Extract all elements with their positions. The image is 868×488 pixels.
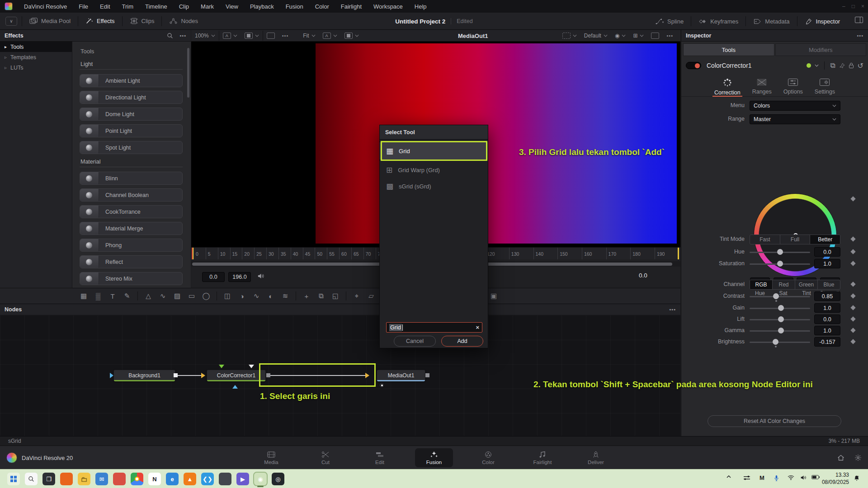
effect-item-stereo-mix[interactable]: Stereo Mix [80, 272, 183, 285]
effect-item-point-light[interactable]: Point Light [80, 124, 183, 137]
notion-icon[interactable]: N [148, 473, 161, 485]
panel-toggle-icon[interactable] [854, 16, 863, 23]
task-view-button[interactable]: ❒ [42, 473, 55, 485]
channel-option-rgb[interactable]: RGB [750, 280, 773, 289]
bitmap-mask-tool-icon[interactable]: ▨ [170, 290, 184, 302]
menu-workspace[interactable]: Workspace [368, 0, 409, 13]
chevron-down-icon[interactable] [815, 64, 819, 67]
tool-option-sgrid[interactable]: ▩ sGrid (sGrd) [380, 178, 488, 195]
taskbar-clock[interactable]: 13.33 08/09/2025 [822, 471, 849, 486]
tab-tools[interactable]: Tools [683, 43, 774, 56]
saturation-value-field[interactable]: 1.0 [814, 259, 840, 268]
cancel-button[interactable]: Cancel [394, 336, 436, 347]
menu-trim[interactable]: Trim [116, 0, 140, 13]
channel-option-red[interactable]: Red [773, 280, 795, 289]
menu-playback[interactable]: Playback [244, 0, 280, 13]
page-tab-fusion[interactable]: Fusion [415, 448, 453, 467]
app-icon-dark[interactable] [219, 473, 231, 485]
lift-slider-handle[interactable] [778, 316, 784, 322]
link-background1-colorcorrector1[interactable] [178, 375, 202, 376]
effect-item-blinn[interactable]: Blinn [80, 172, 183, 185]
lock-icon[interactable] [849, 62, 854, 69]
brightness-contrast-tool-icon[interactable]: ◐ [264, 290, 278, 302]
lift-value-field[interactable]: 0.0 [814, 314, 840, 324]
viewer2-channel-a-select[interactable]: A [319, 33, 341, 39]
tracker-tool-icon[interactable]: ⌖ [350, 290, 363, 302]
viewer-channel-a-select[interactable]: A [219, 33, 241, 39]
equalizer-icon[interactable] [743, 475, 750, 481]
menu-help[interactable]: Help [409, 0, 433, 13]
keyframe-diamond-icon[interactable] [850, 328, 855, 333]
chrome-icon[interactable] [131, 473, 143, 485]
search-button[interactable] [25, 473, 38, 485]
gamma-value-field[interactable]: 1.0 [814, 326, 840, 335]
node-graph[interactable]: Background1 ColorCorrector1 MediaOut1 [0, 315, 680, 436]
keyframe-diamond-icon[interactable] [850, 293, 855, 298]
sidebar-item-luts[interactable]: ▹LUTs [0, 62, 72, 73]
mediaout1-output-square[interactable] [425, 373, 429, 377]
effect-item-cooktorrance[interactable]: CookTorrance [80, 205, 183, 218]
merge-tool-icon[interactable]: ◫ [221, 290, 234, 302]
media-player-icon[interactable]: ▶ [236, 473, 249, 485]
firefox-icon[interactable] [60, 473, 73, 485]
tint-mode-option-full[interactable]: Full [780, 235, 811, 244]
menu-file[interactable]: File [73, 0, 94, 13]
capture-tool-icon[interactable]: ◉ [254, 473, 267, 485]
menu-color[interactable]: Color [309, 0, 335, 13]
search-icon[interactable] [167, 33, 173, 39]
keyframes-button[interactable]: Keyframes [691, 13, 745, 30]
inspector-options-menu[interactable]: ••• [857, 33, 863, 38]
ui-layout-button[interactable]: ∨ [5, 17, 17, 26]
tool-option-grid-warp[interactable]: ⊞ Grid Warp (Grd) [380, 161, 488, 178]
node-editor-options-menu[interactable]: ••• [669, 307, 676, 312]
close-icon[interactable]: × [861, 3, 864, 9]
subtab-ranges[interactable]: Ranges [752, 76, 772, 96]
effect-item-phong[interactable]: Phong [80, 239, 183, 252]
subtab-settings[interactable]: Settings [815, 76, 835, 96]
viewer-zoom-select[interactable]: 100% [191, 33, 219, 39]
versions-icon[interactable]: ⧉ [830, 61, 835, 70]
tab-modifiers[interactable]: Modifiers [775, 43, 867, 56]
tint-mode-option-fast[interactable]: Fast [750, 235, 780, 244]
contrast-slider-handle[interactable] [773, 293, 779, 299]
viewer-overlay-select[interactable] [241, 33, 263, 39]
effect-item-ambient-light[interactable]: Ambient Light [80, 74, 183, 87]
viewer-color-controls-select[interactable]: ◉ [611, 33, 629, 39]
subtab-options[interactable]: Options [783, 76, 803, 96]
saturation-slider-handle[interactable] [777, 261, 783, 267]
ellipse-mask-tool-icon[interactable]: ◯ [199, 290, 213, 302]
effects-options-menu[interactable]: ••• [179, 33, 186, 38]
sidebar-item-templates[interactable]: ▹Templates [0, 52, 72, 62]
viewer-expand-button[interactable] [647, 33, 663, 39]
audio-mute-icon[interactable] [257, 273, 265, 279]
color-curves-tool-icon[interactable]: ∿ [250, 290, 263, 302]
sidebar-item-tools[interactable]: ▸Tools [0, 42, 72, 52]
effect-item-spot-light[interactable]: Spot Light [80, 141, 183, 154]
bspline-mask-tool-icon[interactable]: ∿ [156, 290, 170, 302]
channel-option-green[interactable]: Green [795, 280, 818, 289]
polygon-mask-tool-icon[interactable]: △ [142, 290, 155, 302]
menu-timeline[interactable]: Timeline [139, 0, 173, 13]
microphone-icon[interactable] [774, 475, 779, 482]
keyframe-diamond-icon[interactable] [850, 261, 855, 266]
project-settings-gear-icon[interactable] [854, 454, 862, 461]
keyframe-diamond-icon[interactable] [850, 305, 855, 310]
node-color-dot[interactable] [807, 63, 811, 68]
contrast-slider-track[interactable] [750, 296, 810, 297]
nodes-button[interactable]: Nodes [162, 13, 205, 30]
channel-option-blue[interactable]: Blue [818, 280, 840, 289]
page-tab-cut[interactable]: Cut [307, 448, 344, 467]
viewer-right-options-menu[interactable]: ••• [663, 33, 677, 38]
menu-dropdown[interactable]: Colors [750, 101, 840, 111]
keyframe-diamond-icon[interactable] [850, 236, 855, 241]
obs-icon[interactable]: ◎ [272, 473, 284, 485]
start-button[interactable] [7, 473, 20, 485]
resize-tool-icon[interactable]: ◱ [329, 290, 342, 302]
viewer2-overlay-select[interactable] [341, 33, 363, 39]
render-range-start-field[interactable]: 0.0 [202, 272, 225, 282]
menu-davinci-resolve[interactable]: DaVinci Resolve [18, 0, 73, 13]
rectangle-mask-tool-icon[interactable]: ▭ [185, 290, 198, 302]
brightness-slider-track[interactable] [750, 342, 810, 343]
transform-tool-icon[interactable]: + [300, 290, 313, 302]
brightness-value-field[interactable]: -0.157 [814, 337, 840, 347]
